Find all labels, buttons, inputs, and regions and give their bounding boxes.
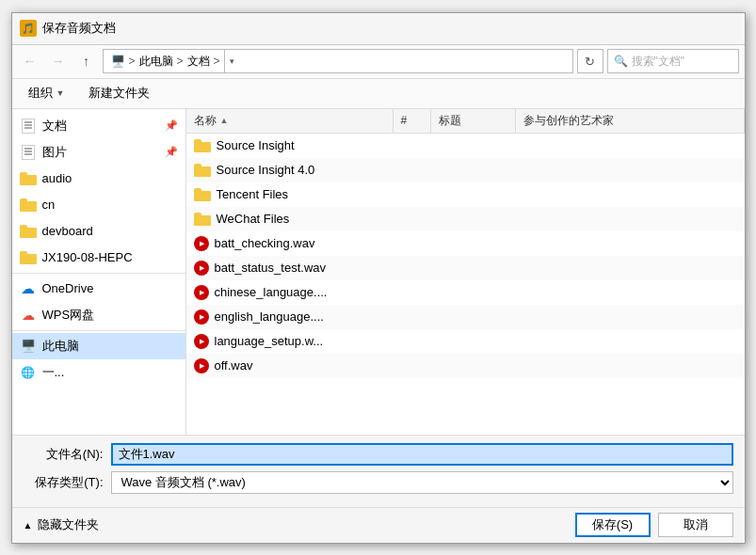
file-item[interactable]: Tencent Files [186,182,745,207]
wav-icon [194,261,209,276]
folder-icon [194,213,211,226]
search-box[interactable]: 🔍 搜索"文档" [607,49,739,73]
location-icon: 🖥️ [111,55,125,68]
hide-folders-button[interactable]: ▲ 隐藏文件夹 [24,516,100,533]
onedrive-icon: ☁ [20,281,37,296]
organize-label: 组织 [28,85,53,102]
sidebar-item-devboard[interactable]: devboard [12,218,185,245]
filename-row: 文件名(N): [24,443,733,466]
sidebar-item-label: 文档 [42,118,67,135]
search-placeholder: 搜索"文档" [632,54,685,70]
sidebar-item-label: cn [42,198,56,212]
sidebar-item-network[interactable]: 🌐 一... [12,359,185,386]
file-item[interactable]: chinese_language.... [186,280,745,305]
address-bar: ← → ↑ 🖥️ > 此电脑 > 文档 > ▾ ↻ 🔍 搜索"文档" [12,45,745,79]
file-list-container: 名称 ▲ # 标题 参与创作的艺术家 S [186,109,745,435]
filetype-row: 保存类型(T): Wave 音频文档 (*.wav) [24,471,733,494]
file-item[interactable]: Source Insight [186,134,745,158]
chevron-up-icon: ▲ [24,520,33,531]
sidebar-item-label: OneDrive [42,281,94,295]
pin-icon: 📌 [165,146,178,158]
file-item[interactable]: batt_status_test.wav [186,256,745,280]
forward-button[interactable]: → [46,50,71,72]
filename-input[interactable] [111,443,733,466]
sidebar: 文档 📌 图片 📌 audio [12,109,186,435]
sidebar-item-cn[interactable]: cn [12,192,185,218]
col-name-label: 名称 [194,113,217,129]
cancel-button[interactable]: 取消 [658,513,733,537]
save-dialog: 🎵 保存音频文档 ← → ↑ 🖥️ > 此电脑 > 文档 > ▾ ↻ 🔍 搜索"… [11,12,746,544]
organize-button[interactable]: 组织 ▼ [20,82,73,104]
file-item[interactable]: language_setup.w... [186,329,745,354]
wav-icon [194,309,209,325]
file-name: english_language.... [215,309,324,324]
search-icon: 🔍 [614,55,628,68]
sidebar-item-jx190[interactable]: JX190-08-HEPC [12,245,185,271]
sidebar-item-label: 图片 [42,144,67,161]
folder-icon [194,164,211,177]
file-name: Source Insight 4.0 [217,163,315,177]
file-name: batt_checking.wav [215,236,315,250]
sidebar-divider-2 [12,330,185,331]
filetype-select[interactable]: Wave 音频文档 (*.wav) [111,471,733,494]
col-header-num[interactable]: # [394,109,431,133]
refresh-button[interactable]: ↻ [577,49,603,73]
breadcrumb-computer: 此电脑 [139,54,173,70]
sidebar-item-audio[interactable]: audio [12,166,185,192]
file-item[interactable]: off.wav [186,354,745,378]
pictures-icon [20,145,37,160]
bottom-area: 文件名(N): 保存类型(T): Wave 音频文档 (*.wav) [12,435,745,507]
sidebar-item-label: 一... [42,364,65,381]
sidebar-item-label: 此电脑 [42,338,79,355]
col-header-artist[interactable]: 参与创作的艺术家 [516,109,745,133]
sidebar-item-wps[interactable]: ☁ WPS网盘 [12,302,185,328]
wps-icon: ☁ [20,308,37,323]
main-content: 文档 📌 图片 📌 audio [12,109,745,435]
sidebar-item-pictures[interactable]: 图片 📌 [12,139,185,166]
file-item[interactable]: english_language.... [186,305,745,329]
sidebar-item-onedrive[interactable]: ☁ OneDrive [12,276,185,302]
folder-icon [194,188,211,201]
sidebar-item-label: WPS网盘 [42,307,95,324]
new-folder-label: 新建文件夹 [88,85,150,102]
network-icon: 🌐 [20,365,37,380]
folder-icon [194,139,211,152]
sidebar-item-computer[interactable]: 🖥️ 此电脑 [12,333,185,359]
wav-icon [194,236,209,251]
footer-bar: ▲ 隐藏文件夹 保存(S) 取消 [12,507,745,543]
col-header-name[interactable]: 名称 ▲ [186,109,394,133]
sidebar-item-documents[interactable]: 文档 📌 [12,113,185,139]
col-num-label: # [401,114,408,127]
save-button[interactable]: 保存(S) [575,513,651,537]
sidebar-divider [12,273,185,274]
dialog-icon: 🎵 [20,20,37,37]
back-button[interactable]: ← [18,50,42,72]
folder-icon [20,171,37,186]
computer-icon: 🖥️ [20,339,37,354]
folder-icon [20,250,37,265]
file-list: Source Insight Source Insight 4.0 [186,134,745,435]
refresh-icon: ↻ [585,55,595,69]
sort-arrow: ▲ [220,116,229,125]
file-name: batt_status_test.wav [215,261,327,275]
action-buttons: 保存(S) 取消 [575,513,733,537]
file-item[interactable]: Source Insight 4.0 [186,158,745,182]
folder-icon [20,224,37,239]
file-name: Tencent Files [217,187,289,201]
file-item[interactable]: batt_checking.wav [186,231,745,256]
col-title-label: 标题 [439,113,461,129]
breadcrumb-documents: 文档 [187,54,210,70]
file-item[interactable]: WeChat Files [186,207,745,231]
pin-icon: 📌 [165,119,178,132]
wav-icon [194,285,209,300]
save-label: 保存(S) [592,516,633,533]
col-artist-label: 参与创作的艺术家 [523,113,614,129]
address-chevron[interactable]: ▾ [224,49,239,73]
new-folder-button[interactable]: 新建文件夹 [80,82,158,104]
up-button[interactable]: ↑ [74,50,99,72]
folder-icon [20,198,37,213]
file-list-header: 名称 ▲ # 标题 参与创作的艺术家 [186,109,745,134]
address-box[interactable]: 🖥️ > 此电脑 > 文档 > ▾ [103,49,573,73]
col-header-title[interactable]: 标题 [431,109,516,133]
hide-folders-label: 隐藏文件夹 [38,516,99,533]
